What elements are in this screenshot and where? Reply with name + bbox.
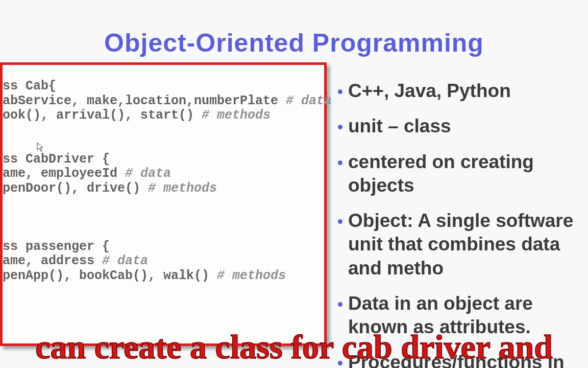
code-line: ss Cab{ — [3, 79, 324, 94]
bullet-item: centered on creating objects — [337, 150, 588, 198]
code-line: ame, address # data — [3, 254, 324, 269]
code-line: penApp(), bookCab(), walk() # methods — [3, 269, 324, 284]
code-blank — [3, 211, 324, 225]
code-line: abService, make,location,numberPlate # d… — [3, 94, 324, 109]
bullet-item: unit – class — [337, 114, 588, 138]
bullet-item: C++, Java, Python — [337, 79, 588, 103]
code-line: ame, employeeId # data — [3, 167, 324, 181]
code-blank — [3, 137, 324, 152]
code-blank — [3, 225, 324, 240]
bullet-list: C++, Java, Python unit – class centered … — [337, 79, 588, 368]
slide-title: Object-Oriented Programming — [0, 28, 588, 58]
code-line: ss passenger { — [3, 240, 324, 255]
code-line: penDoor(), drive() # methods — [3, 181, 324, 196]
code-blank — [3, 196, 324, 211]
code-box: ss Cab{ abService, make,location,numberP… — [0, 62, 327, 346]
code-line: ss CabDriver { — [3, 152, 324, 167]
bullet-item: Object: A single software unit that comb… — [337, 209, 588, 280]
subtitle-caption: can create a class for cab driver and — [0, 330, 588, 364]
code-blank — [3, 123, 324, 138]
code-line: ook(), arrival(), start() # methods — [3, 108, 324, 123]
